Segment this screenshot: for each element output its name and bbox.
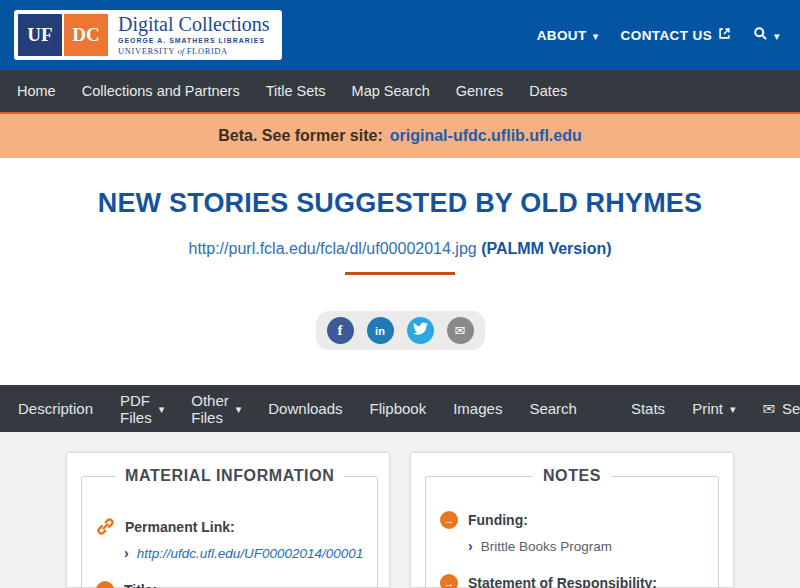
email-share-button[interactable]: ✉ xyxy=(447,317,474,344)
linkedin-share-button[interactable]: in xyxy=(367,317,394,344)
pdf-files-label: PDF Files xyxy=(120,392,152,426)
about-menu[interactable]: ABOUT ▾ xyxy=(537,28,599,43)
arrow-glyph: → xyxy=(444,578,455,588)
chevron-down-icon: ▾ xyxy=(730,404,736,415)
send-label: Send xyxy=(782,400,800,417)
funding-value: Brittle Books Program xyxy=(481,539,612,554)
print-label: Print xyxy=(692,400,723,417)
toolbar-flipbook[interactable]: Flipbook xyxy=(370,400,427,417)
former-site-link[interactable]: original-ufdc.uflib.ufl.edu xyxy=(390,127,582,145)
contact-us-link[interactable]: CONTACT US xyxy=(621,27,732,43)
search-label: Search xyxy=(529,400,577,417)
toolbar-images[interactable]: Images xyxy=(453,400,502,417)
nav-item-map-search[interactable]: Map Search xyxy=(339,83,443,99)
purl-line: http://purl.fcla.edu/fcla/dl/uf00002014.… xyxy=(0,240,800,258)
funding-label: Funding: xyxy=(468,512,528,528)
chevron-down-icon: ▾ xyxy=(236,404,242,415)
material-information-fieldset: MATERIAL INFORMATION Permanent Link: › h… xyxy=(81,467,378,588)
title-label-row: → Title: xyxy=(96,581,363,588)
chevron-down-icon: ▾ xyxy=(593,31,599,42)
arrow-right-icon: → xyxy=(96,581,114,588)
social-share-wrap: f in ✉ xyxy=(0,311,800,350)
material-information-card: MATERIAL INFORMATION Permanent Link: › h… xyxy=(66,452,390,588)
nav-item-dates[interactable]: Dates xyxy=(516,83,580,99)
logo-university: UNIVERSITY xyxy=(118,46,175,56)
toolbar-other-files[interactable]: Other Files▾ xyxy=(191,392,241,426)
beta-banner: Beta. See former site: original-ufdc.ufl… xyxy=(0,112,800,158)
item-title: NEW STORIES SUGGESTED BY OLD RHYMES xyxy=(0,188,800,219)
palmm-version-label: (PALMM Version) xyxy=(481,240,611,257)
ufdc-logo[interactable]: UF DC Digital Collections GEORGE A. SMAT… xyxy=(14,10,282,60)
arrow-right-icon: → xyxy=(440,511,458,529)
dc-logo-block: DC xyxy=(64,14,108,56)
page: UF DC Digital Collections GEORGE A. SMAT… xyxy=(0,0,800,588)
images-label: Images xyxy=(453,400,502,417)
purl-link[interactable]: http://purl.fcla.edu/fcla/dl/uf00002014.… xyxy=(188,240,476,257)
logo-text: Digital Collections GEORGE A. SMATHERS L… xyxy=(118,14,270,55)
flipbook-label: Flipbook xyxy=(370,400,427,417)
main-navbar: Home Collections and Partners Title Sets… xyxy=(0,70,800,112)
funding-label-row: → Funding: xyxy=(440,511,704,529)
logo-subtitle-libraries: GEORGE A. SMATHERS LIBRARIES xyxy=(118,37,270,44)
contact-us-label: CONTACT US xyxy=(621,28,713,43)
notes-fieldset: NOTES → Funding: › Brittle Books Program… xyxy=(425,467,719,588)
nav-item-home[interactable]: Home xyxy=(4,83,69,99)
chevron-right-icon: › xyxy=(124,545,129,561)
toolbar-search[interactable]: Search xyxy=(529,400,577,417)
nav-item-title-sets[interactable]: Title Sets xyxy=(253,83,339,99)
other-files-label: Other Files xyxy=(191,392,229,426)
item-toolbar: Description PDF Files▾ Other Files▾ Down… xyxy=(0,385,800,432)
site-header: UF DC Digital Collections GEORGE A. SMAT… xyxy=(0,0,800,70)
search-menu[interactable]: ▾ xyxy=(753,26,780,44)
permanent-link-group: Permanent Link: › http://ufdc.ufl.edu/UF… xyxy=(96,517,363,561)
notes-card: NOTES → Funding: › Brittle Books Program… xyxy=(410,452,734,588)
about-label: ABOUT xyxy=(537,28,587,43)
description-label: Description xyxy=(18,400,93,417)
facebook-icon: f xyxy=(338,322,343,339)
search-icon xyxy=(753,26,768,44)
toolbar-print[interactable]: Print▾ xyxy=(692,400,735,417)
downloads-label: Downloads xyxy=(268,400,342,417)
permanent-link-label-row: Permanent Link: xyxy=(96,517,363,536)
chevron-down-icon: ▾ xyxy=(774,31,780,42)
twitter-icon xyxy=(413,321,428,340)
toolbar-stats[interactable]: Stats xyxy=(631,400,665,417)
item-heading-section: NEW STORIES SUGGESTED BY OLD RHYMES http… xyxy=(0,158,800,350)
funding-value-row: › Brittle Books Program xyxy=(468,538,704,554)
orange-divider xyxy=(345,272,455,275)
beta-banner-text: Beta. See former site: xyxy=(218,127,383,145)
envelope-icon: ✉ xyxy=(455,323,466,338)
facebook-share-button[interactable]: f xyxy=(327,317,354,344)
external-link-icon xyxy=(718,27,731,43)
header-nav: ABOUT ▾ CONTACT US ▾ xyxy=(537,26,780,44)
permanent-link-url[interactable]: http://ufdc.ufl.edu/UF00002014/00001 xyxy=(137,546,364,561)
linkedin-icon: in xyxy=(375,325,385,337)
arrow-glyph: → xyxy=(444,515,455,526)
nav-item-collections-and-partners[interactable]: Collections and Partners xyxy=(69,83,253,99)
funding-group: → Funding: › Brittle Books Program xyxy=(440,511,704,554)
logo-of: of xyxy=(177,46,184,56)
envelope-icon: ✉ xyxy=(763,400,776,418)
social-share-bar: f in ✉ xyxy=(316,311,485,350)
chain-link-icon xyxy=(96,517,115,536)
stats-label: Stats xyxy=(631,400,665,417)
uf-logo-block: UF xyxy=(18,14,62,56)
logo-title: Digital Collections xyxy=(118,14,270,35)
material-information-heading: MATERIAL INFORMATION xyxy=(115,467,344,485)
toolbar-send[interactable]: ✉Send xyxy=(763,400,800,418)
arrow-right-icon: → xyxy=(440,574,458,588)
toolbar-pdf-files[interactable]: PDF Files▾ xyxy=(120,392,164,426)
toolbar-description[interactable]: Description xyxy=(18,400,93,417)
chevron-down-icon: ▾ xyxy=(159,404,165,415)
notes-heading: NOTES xyxy=(533,467,611,485)
responsibility-label: Statement of Responsibility: xyxy=(468,575,657,588)
toolbar-downloads[interactable]: Downloads xyxy=(268,400,342,417)
twitter-share-button[interactable] xyxy=(407,317,434,344)
permanent-link-label: Permanent Link: xyxy=(125,519,235,535)
permanent-link-value-row: › http://ufdc.ufl.edu/UF00002014/00001 xyxy=(124,545,363,561)
title-label: Title: xyxy=(124,582,157,588)
responsibility-group: → Statement of Responsibility: › By Sir … xyxy=(440,574,704,588)
arrow-glyph: → xyxy=(100,585,111,588)
nav-item-genres[interactable]: Genres xyxy=(443,83,517,99)
chevron-right-icon: › xyxy=(468,538,473,554)
